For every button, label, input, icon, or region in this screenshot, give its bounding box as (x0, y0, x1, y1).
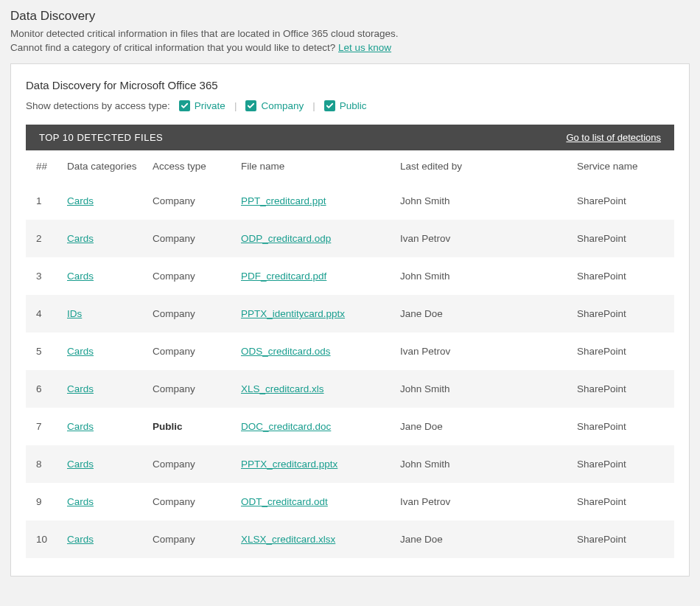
table-bar-title: TOP 10 DETECTED FILES (39, 132, 163, 143)
filter-separator: | (234, 100, 237, 111)
table-row: 2CardsCompanyODP_creditcard.odpIvan Petr… (26, 220, 674, 257)
cell-category: Cards (60, 182, 145, 220)
col-header-file: File name (234, 150, 393, 182)
cell-index: 6 (26, 370, 60, 408)
cell-access-type: Company (145, 483, 234, 520)
table-header-bar: TOP 10 DETECTED FILES Go to list of dete… (26, 125, 674, 150)
cell-service-name: SharePoint (570, 257, 674, 295)
cell-access-type: Company (145, 445, 234, 483)
cell-access-type: Company (145, 257, 234, 295)
cell-category: Cards (60, 332, 145, 370)
filter-checkbox-label: Private (195, 100, 225, 111)
category-link[interactable]: Cards (67, 496, 94, 507)
filter-checkbox-label: Company (261, 100, 304, 111)
filter-checkbox-public[interactable]: Public (324, 100, 367, 111)
cell-access-type: Company (145, 220, 234, 257)
cell-index: 7 (26, 408, 60, 445)
filter-checkbox-company[interactable]: Company (245, 100, 304, 111)
filter-separator: | (312, 100, 315, 111)
cell-access-type: Public (145, 408, 234, 445)
category-link[interactable]: Cards (67, 233, 94, 244)
panel-title: Data Discovery for Microsoft Office 365 (26, 79, 674, 91)
cell-access-type: Company (145, 370, 234, 408)
col-header-category: Data categories (60, 150, 145, 182)
cell-category: Cards (60, 520, 145, 558)
table-row: 3CardsCompanyPDF_creditcard.pdfJohn Smit… (26, 257, 674, 295)
go-to-detections-link[interactable]: Go to list of detections (566, 132, 661, 143)
checkmark-icon (324, 100, 335, 111)
cell-index: 4 (26, 295, 60, 332)
page-title: Data Discovery (10, 9, 690, 24)
category-link[interactable]: Cards (67, 534, 94, 545)
filter-checkbox-label: Public (340, 100, 367, 111)
cell-category: Cards (60, 445, 145, 483)
file-link[interactable]: PPTX_creditcard.pptx (241, 459, 337, 470)
cell-access-type: Company (145, 520, 234, 558)
cell-index: 9 (26, 483, 60, 520)
col-header-service: Service name (570, 150, 674, 182)
category-link[interactable]: Cards (67, 459, 94, 470)
cell-service-name: SharePoint (570, 408, 674, 445)
cell-file-name: ODS_creditcard.ods (234, 332, 393, 370)
cell-last-edited-by: Ivan Petrov (393, 483, 570, 520)
category-link[interactable]: Cards (67, 195, 94, 206)
cell-index: 3 (26, 257, 60, 295)
cell-last-edited-by: Ivan Petrov (393, 220, 570, 257)
page-subtitle-secondary: Cannot find a category of critical infor… (10, 42, 690, 53)
cell-file-name: PDF_creditcard.pdf (234, 257, 393, 295)
cell-category: Cards (60, 220, 145, 257)
category-link[interactable]: Cards (67, 383, 94, 394)
col-header-access: Access type (145, 150, 234, 182)
file-link[interactable]: PPT_creditcard.ppt (241, 195, 326, 206)
cell-file-name: XLSX_creditcard.xlsx (234, 520, 393, 558)
cell-access-type: Company (145, 295, 234, 332)
file-link[interactable]: ODP_creditcard.odp (241, 233, 331, 244)
cell-last-edited-by: John Smith (393, 445, 570, 483)
cell-access-type: Company (145, 332, 234, 370)
cell-file-name: DOC_creditcard.doc (234, 408, 393, 445)
cell-service-name: SharePoint (570, 295, 674, 332)
table-row: 7CardsPublicDOC_creditcard.docJane DoeSh… (26, 408, 674, 445)
cell-index: 2 (26, 220, 60, 257)
access-type-filter-row: Show detections by access type: Private … (26, 100, 674, 111)
filter-checkbox-private[interactable]: Private (179, 100, 225, 111)
category-link[interactable]: Cards (67, 271, 94, 282)
file-link[interactable]: XLSX_creditcard.xlsx (241, 534, 335, 545)
cell-category: Cards (60, 257, 145, 295)
filter-label: Show detections by access type: (26, 100, 170, 111)
table-row: 9CardsCompanyODT_creditcard.odtIvan Petr… (26, 483, 674, 520)
file-link[interactable]: PDF_creditcard.pdf (241, 271, 326, 282)
file-link[interactable]: PPTX_identitycard.pptx (241, 308, 345, 319)
table-row: 5CardsCompanyODS_creditcard.odsIvan Petr… (26, 332, 674, 370)
cell-service-name: SharePoint (570, 520, 674, 558)
cell-last-edited-by: Jane Doe (393, 295, 570, 332)
table-row: 4IDsCompanyPPTX_identitycard.pptxJane Do… (26, 295, 674, 332)
cell-access-type: Company (145, 182, 234, 220)
file-link[interactable]: XLS_creditcard.xls (241, 383, 324, 394)
cell-service-name: SharePoint (570, 370, 674, 408)
file-link[interactable]: DOC_creditcard.doc (241, 421, 331, 432)
cell-service-name: SharePoint (570, 220, 674, 257)
let-us-know-link[interactable]: Let us know (338, 42, 391, 53)
cell-last-edited-by: Ivan Petrov (393, 332, 570, 370)
cell-file-name: PPTX_creditcard.pptx (234, 445, 393, 483)
cta-prefix-text: Cannot find a category of critical infor… (10, 42, 338, 53)
category-link[interactable]: Cards (67, 346, 94, 357)
cell-index: 1 (26, 182, 60, 220)
category-link[interactable]: Cards (67, 421, 94, 432)
table-row: 8CardsCompanyPPTX_creditcard.pptxJohn Sm… (26, 445, 674, 483)
cell-file-name: ODT_creditcard.odt (234, 483, 393, 520)
cell-last-edited-by: Jane Doe (393, 520, 570, 558)
cell-category: Cards (60, 483, 145, 520)
cell-index: 8 (26, 445, 60, 483)
checkmark-icon (179, 100, 190, 111)
file-link[interactable]: ODT_creditcard.odt (241, 496, 328, 507)
category-link[interactable]: IDs (67, 308, 82, 319)
cell-service-name: SharePoint (570, 332, 674, 370)
cell-file-name: XLS_creditcard.xls (234, 370, 393, 408)
file-link[interactable]: ODS_creditcard.ods (241, 346, 331, 357)
cell-last-edited-by: John Smith (393, 182, 570, 220)
cell-last-edited-by: John Smith (393, 257, 570, 295)
cell-category: Cards (60, 370, 145, 408)
cell-index: 5 (26, 332, 60, 370)
